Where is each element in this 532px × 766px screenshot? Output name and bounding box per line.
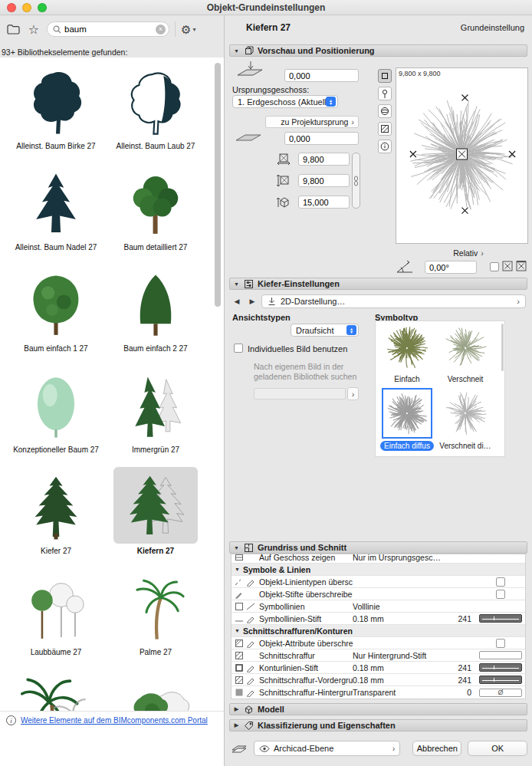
table-row[interactable]: Schnittschraffur-Hintergrun… Transparent… — [232, 686, 525, 699]
library-settings-button[interactable]: ⚙ ▾ — [181, 24, 195, 35]
symbol-einfach[interactable] — [382, 323, 432, 373]
section-header-model[interactable]: ▶ Modell — [229, 703, 527, 715]
row-value[interactable]: 0.18 mm — [353, 663, 444, 672]
pen-icon — [246, 676, 255, 685]
folder-icon[interactable] — [5, 21, 21, 37]
symbol-verschneit-diffus[interactable] — [440, 388, 491, 439]
offset-field[interactable] — [284, 132, 359, 145]
list-item[interactable] — [106, 666, 205, 711]
custom-image-checkbox[interactable] — [234, 344, 243, 353]
row-value[interactable]: 0.18 mm — [353, 676, 444, 685]
list-item[interactable]: Alleinst. Baum Birke 27 — [6, 59, 106, 160]
override-attributes-checkbox[interactable] — [496, 639, 505, 648]
item-label: Palme 27 — [140, 648, 172, 656]
list-item[interactable]: Baum detailliert 27 — [106, 160, 205, 261]
list-item[interactable]: Laubbäume 27 — [6, 565, 106, 666]
close-window-button[interactable] — [7, 3, 16, 12]
list-item[interactable]: Immergrün 27 — [106, 363, 205, 464]
preview-3d-button[interactable] — [378, 104, 392, 118]
table-row[interactable]: Symbollinien Volllinie — [232, 600, 525, 613]
previous-page-button[interactable]: ◀ — [231, 295, 243, 307]
section-header-classification[interactable]: ▶ Klassifizierung und Eigenschaften — [229, 719, 527, 731]
settings-page-select[interactable]: 2D-Darstellung… › — [261, 294, 526, 308]
override-linetypes-checkbox[interactable] — [496, 577, 505, 587]
symbol-verschneit[interactable] — [440, 323, 491, 373]
elevation-field[interactable] — [284, 69, 359, 82]
table-row[interactable]: Symbollinien-Stift 0.18 mm 241 — [232, 613, 525, 625]
mirror-checkbox[interactable] — [490, 262, 499, 271]
browse-image-button[interactable]: › — [347, 387, 359, 400]
zoom-window-button[interactable] — [38, 3, 47, 12]
section-header-object-settings[interactable]: ▼ Kiefer-Einstellungen — [229, 278, 527, 290]
dim-height-field[interactable] — [298, 196, 350, 209]
pen-color-preview[interactable] — [479, 663, 522, 672]
section-header-plan[interactable]: ▼ Grundriss und Schnitt — [229, 541, 527, 554]
list-item[interactable]: Baum einfach 1 27 — [6, 261, 106, 363]
library-search-field[interactable]: × — [47, 21, 169, 37]
row-value[interactable]: Nur Hintergrund-Stift — [353, 651, 444, 660]
minimize-window-button[interactable] — [22, 3, 31, 12]
preview-info-button[interactable] — [378, 140, 392, 153]
layer-select[interactable]: Archicad-Ebene › — [254, 741, 400, 756]
model-cube-icon — [244, 705, 254, 715]
list-item-selected[interactable]: Kiefern 27 — [106, 464, 205, 565]
hatch-pen-icon — [235, 676, 244, 685]
search-input[interactable] — [64, 25, 153, 34]
pen-color-preview[interactable] — [479, 676, 522, 684]
rotation-angle-field[interactable] — [425, 261, 477, 274]
table-row[interactable]: Schnittschraffur-Vordergru… 0.18 mm 241 — [232, 674, 525, 686]
cancel-button[interactable]: Abbrechen — [412, 741, 461, 756]
relative-label: Relativ — [453, 248, 478, 258]
linetype-icon — [235, 577, 244, 587]
favorites-star-icon[interactable]: ☆ — [26, 21, 41, 37]
table-row[interactable]: Schnittschraffur Nur Hintergrund-Stift — [232, 649, 525, 662]
to-project-origin-button[interactable]: zu Projektursprung › — [265, 116, 359, 128]
symbol-einfach-diffus-selected[interactable] — [382, 388, 432, 439]
bimcomponents-link[interactable]: Weitere Elemente auf dem BIMcomponents.c… — [21, 716, 208, 725]
clear-search-icon[interactable]: × — [156, 25, 166, 35]
pen-color-preview[interactable] — [479, 614, 522, 623]
preview-elevation-button[interactable] — [378, 87, 392, 100]
ok-button[interactable]: OK — [468, 741, 527, 756]
row-value[interactable]: Nur im Ursprungsgesc… — [353, 554, 444, 562]
proportional-link-toggle[interactable] — [352, 153, 360, 209]
flip-x-icon[interactable] — [502, 261, 513, 271]
preview-section-button[interactable] — [378, 122, 392, 136]
object-preview[interactable]: 9,800 x 9,800 — [396, 67, 528, 244]
row-label: Objekt-Stifte überschreiben — [259, 590, 353, 599]
row-value[interactable]: 0.18 mm — [353, 614, 444, 623]
next-page-button[interactable]: ▶ — [246, 295, 258, 307]
relative-anchor-button[interactable]: Relativ › — [436, 248, 484, 258]
symbol-label-selected: Einfach diffus — [380, 442, 434, 450]
list-item[interactable]: Kiefer 27 — [6, 464, 106, 565]
table-row[interactable]: Konturlinien-Stift 0.18 mm 241 — [232, 662, 525, 674]
list-item[interactable]: Palme 27 — [106, 565, 205, 666]
table-row[interactable]: Objekt-Stifte überschreiben — [232, 588, 525, 600]
section-header-preview[interactable]: ▼ Vorschau und Positionierung — [229, 44, 527, 57]
dim-depth-field[interactable] — [298, 174, 350, 187]
list-item[interactable]: Alleinst. Baum Laub 27 — [106, 59, 205, 160]
symbol-panel-scrollbar[interactable] — [501, 324, 504, 371]
table-group-row[interactable]: ▼ Symbole & Linien — [232, 564, 525, 576]
pen-icon — [246, 577, 255, 587]
dim-width-field[interactable] — [298, 153, 350, 166]
row-value[interactable]: Volllinie — [353, 602, 444, 611]
transparent-preview[interactable]: Ø — [479, 689, 522, 697]
library-scrollbar[interactable] — [215, 63, 221, 307]
override-pens-checkbox[interactable] — [496, 590, 505, 599]
table-row[interactable]: Objekt-Attribute überschrei… — [232, 637, 525, 649]
view-type-select[interactable]: Draufsicht ▴▾ — [291, 324, 359, 337]
list-item[interactable]: Baum einfach 2 27 — [106, 261, 205, 363]
table-row[interactable]: Objekt-Linientypen übersc… — [232, 576, 525, 588]
list-item[interactable]: Alleinst. Baum Nadel 27 — [6, 160, 106, 261]
home-story-select[interactable]: 1. Erdgeschoss (Aktuell) ▴▾ — [232, 95, 338, 108]
flip-y-icon[interactable] — [516, 261, 527, 271]
select-stepper-icon: ▴▾ — [346, 325, 356, 335]
table-group-row[interactable]: ▼ Schnittschraffuren/Konturen — [232, 625, 525, 637]
preview-plan-view-button[interactable] — [378, 69, 392, 83]
row-value[interactable]: Transparent — [353, 688, 444, 697]
list-item[interactable]: Konzeptioneller Baum 27 — [6, 363, 106, 464]
list-item[interactable] — [6, 666, 106, 711]
fill-preview[interactable] — [479, 651, 522, 659]
table-row[interactable]: Auf Geschoss zeigen Nur im Ursprungsgesc… — [232, 554, 525, 564]
